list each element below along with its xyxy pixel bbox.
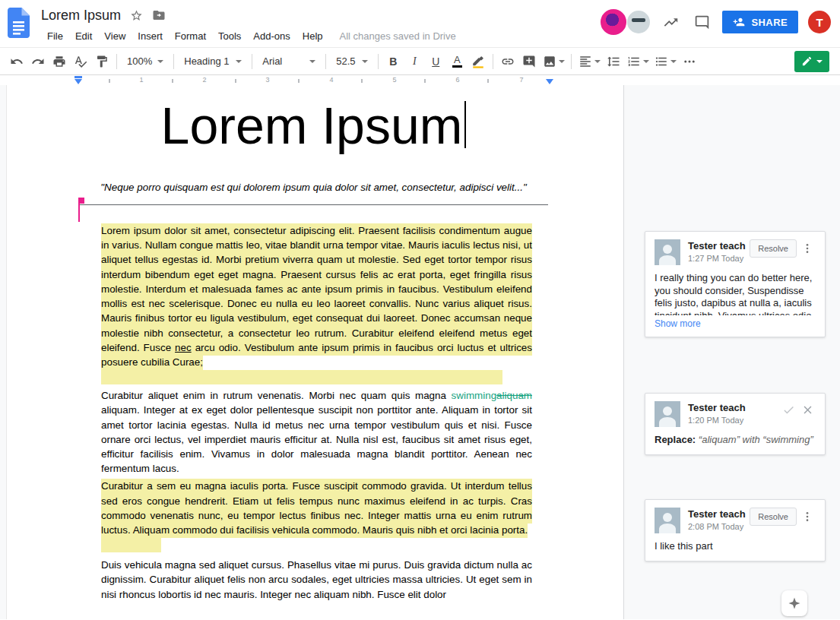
suggested-insertion[interactable]: swimming [452, 390, 497, 401]
numbered-list-button[interactable] [625, 52, 651, 71]
insert-image-button[interactable] [540, 52, 566, 71]
ruler-number: 6 [454, 76, 461, 84]
underline-button[interactable]: U [426, 52, 445, 71]
account-avatar[interactable]: T [808, 11, 831, 33]
comment-card-1[interactable]: Tester teach 1:27 PM Today Resolve I rea… [645, 231, 826, 337]
menu-view[interactable]: View [98, 27, 132, 45]
bulleted-list-icon [655, 55, 668, 68]
share-button[interactable]: SHARE [722, 11, 798, 33]
doc-heading[interactable]: Lorem Ipsum [79, 94, 548, 157]
trending-up-icon [663, 14, 679, 30]
menu-tools[interactable]: Tools [212, 27, 247, 45]
move-to-folder-icon[interactable] [152, 8, 166, 22]
numbered-list-icon [627, 55, 641, 68]
resolve-button[interactable]: Resolve [750, 508, 797, 526]
show-more-link[interactable]: Show more [655, 318, 816, 329]
explore-icon [787, 596, 802, 611]
comment-time: 1:20 PM Today [688, 416, 746, 425]
insert-link-button[interactable] [498, 52, 518, 71]
paragraph-2[interactable]: Curabitur aliquet enim in rutrum venenat… [101, 388, 532, 476]
chevron-down-icon [157, 60, 163, 63]
right-indent-marker[interactable] [546, 79, 553, 84]
highlight-color-button[interactable] [468, 52, 488, 71]
bold-button[interactable]: B [383, 52, 403, 71]
avatar [655, 508, 680, 533]
more-toolbar-button[interactable] [680, 52, 699, 71]
menu-file[interactable]: File [41, 27, 69, 45]
comment-author: Tester teach [688, 508, 746, 520]
ruler-number: 2 [201, 76, 208, 84]
paragraph-style-value: Heading 1 [184, 55, 229, 67]
ruler[interactable]: 1 2 3 4 5 6 7 [0, 75, 840, 85]
more-vert-icon [801, 242, 813, 255]
link-icon [501, 55, 515, 68]
comment-author: Tester teach [688, 240, 746, 251]
first-line-indent-marker[interactable] [74, 76, 82, 78]
align-button[interactable] [576, 52, 602, 71]
editing-mode-button[interactable] [794, 51, 829, 72]
print-icon [52, 55, 66, 68]
menu-addons[interactable]: Add-ons [247, 27, 296, 45]
comment-menu-button[interactable] [799, 508, 816, 525]
font-value: Arial [262, 55, 282, 67]
text-color-button[interactable]: A [447, 52, 467, 71]
redo-button[interactable] [28, 52, 48, 71]
line-spacing-button[interactable] [604, 52, 623, 71]
paragraph-4[interactable]: Duis vehicula magna sed aliquet cursus. … [101, 558, 532, 602]
paragraph-style-select[interactable]: Heading 1 [178, 52, 248, 71]
collaborator-avatar-2[interactable] [627, 11, 650, 33]
font-select[interactable]: Arial [256, 52, 322, 71]
underline-label: U [426, 55, 445, 68]
insert-comment-button[interactable] [519, 52, 539, 71]
menu-edit[interactable]: Edit [69, 27, 98, 45]
paragraph-2-text: Curabitur aliquet enim in rutrum venenat… [101, 390, 452, 401]
comments-sidebar: Tester teach 1:27 PM Today Resolve I rea… [624, 85, 840, 619]
bulleted-list-button[interactable] [652, 52, 678, 71]
toolbar-separator [173, 54, 174, 69]
activity-button[interactable] [661, 12, 680, 32]
resolve-button[interactable]: Resolve [750, 239, 797, 258]
menu-format[interactable]: Format [169, 27, 212, 45]
italic-button[interactable]: I [404, 52, 424, 71]
accept-suggestion-button[interactable] [780, 401, 797, 418]
docs-logo-icon[interactable] [8, 6, 33, 41]
zoom-select[interactable]: 100% [121, 52, 170, 71]
print-button[interactable] [49, 52, 69, 71]
ruler-number: 7 [518, 76, 525, 84]
horizontal-rule [79, 204, 548, 205]
comment-menu-button[interactable] [799, 240, 816, 257]
comment-body: I really thing you can do better here, y… [655, 272, 816, 315]
document-title-input[interactable]: Lorem Ipsum [41, 8, 121, 24]
suggested-deletion[interactable]: aliquam [496, 390, 532, 401]
menu-help[interactable]: Help [296, 27, 329, 45]
chevron-down-icon [236, 60, 242, 63]
paragraph-1[interactable]: Lorem ipsum dolor sit amet, consectetur … [101, 223, 532, 370]
font-size-select[interactable]: 52.5 [330, 52, 374, 71]
reject-suggestion-button[interactable] [799, 401, 816, 418]
toolbar-separator [116, 54, 117, 69]
left-indent-marker[interactable] [74, 79, 82, 84]
save-status[interactable]: All changes saved in Drive [340, 30, 456, 42]
undo-button[interactable] [7, 52, 27, 71]
pen-icon [801, 55, 813, 67]
chevron-down-icon [594, 60, 601, 63]
comment-icon [694, 14, 710, 30]
comment-card-2[interactable]: Tester teach 1:20 PM Today Replace: “ali… [645, 393, 826, 455]
explore-button[interactable] [781, 590, 807, 616]
zoom-value: 100% [127, 55, 152, 67]
header: Lorem Ipsum File Edit View Insert Format… [0, 0, 840, 47]
doc-quote[interactable]: "Neque porro quisquam est qui dolorem ip… [79, 180, 548, 195]
collaborator-avatar-1[interactable] [601, 9, 626, 35]
document-canvas[interactable]: Lorem Ipsum "Neque porro quisquam est qu… [6, 85, 624, 619]
spellcheck-button[interactable] [71, 52, 90, 71]
ruler-ticks [78, 79, 550, 83]
comment-card-3[interactable]: Tester teach 2:08 PM Today Resolve I lik… [645, 499, 826, 561]
open-comments-button[interactable] [692, 12, 712, 32]
paint-format-button[interactable] [92, 52, 112, 71]
highlight-tail [101, 538, 161, 552]
menu-insert[interactable]: Insert [132, 27, 169, 45]
image-icon [543, 55, 556, 68]
paragraph-3[interactable]: Curabitur a sem eu magna iaculis porta. … [101, 479, 532, 538]
comment-time: 1:27 PM Today [688, 254, 746, 263]
star-icon[interactable] [130, 9, 143, 22]
